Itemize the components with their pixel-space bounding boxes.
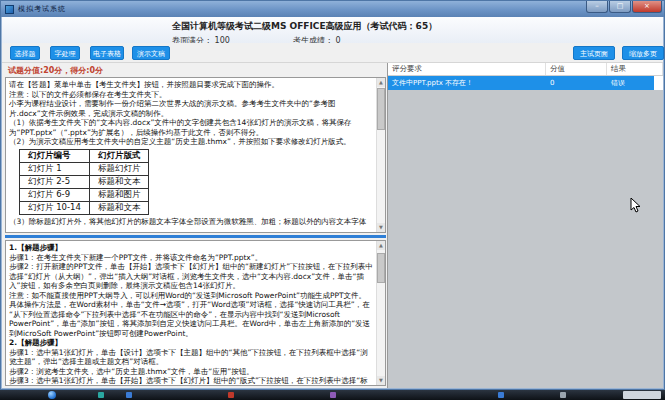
scroll-up-icon[interactable]: ▲ [377, 241, 385, 250]
scrollbar-thumb[interactable] [377, 253, 385, 283]
main-content: 试题分值:20分，得分:0分 请在【答题】菜单中单击【考生文件夹】按钮，并按照题… [2, 63, 663, 388]
solution-heading: 1.【解题步骤】 [9, 243, 373, 253]
scroll-up-icon[interactable]: ▲ [377, 78, 385, 87]
solution-paragraph: 步骤3：选中第1张幻灯片，单击【开始】选项卡下【幻灯片】组中的“版式”下拉按钮，… [9, 376, 373, 386]
score-panel-rows: 文件中PPT.pptx 不存在！ 0 错误 [388, 76, 663, 90]
close-button[interactable]: × [632, 1, 662, 13]
question-paragraph: 请在【答题】菜单中单击【考生文件夹】按钮，并按照题目要求完成下面的操作。 [9, 80, 373, 90]
mouse-cursor-icon [630, 198, 642, 214]
solution-text: 1.【解题步骤】 步骤1：在考生文件夹下新建一个PPT文件，并将该文件命名为“P… [9, 243, 373, 386]
solution-paragraph: 步骤2：打开新建的PPT文件，单击【开始】选项卡下【幻灯片】组中的“新建幻灯片”… [9, 262, 373, 291]
taskbar[interactable] [0, 390, 665, 400]
table-header-row: 幻灯片编号 幻灯片版式 [20, 149, 149, 162]
taskbar-icon[interactable] [498, 392, 504, 398]
score-row-result: 错误 [607, 76, 657, 90]
score-panel-header: 评分要求 分值 结果 [388, 63, 663, 76]
app-icon [5, 5, 14, 14]
question-score-line: 试题分值:20分，得分:0分 [8, 65, 103, 76]
table-row: 幻灯片 6-9 标题和图片 [20, 188, 149, 201]
table-header-cell: 幻灯片编号 [20, 149, 90, 162]
tab-presentation[interactable]: 演示文稿 [132, 46, 170, 60]
minimize-button[interactable]: – [586, 1, 608, 13]
taskbar-icon[interactable] [228, 392, 234, 398]
titlebar: 模拟考试系统 – □ × [1, 1, 664, 17]
solution-heading: 2.【解题步骤】 [9, 338, 373, 348]
window-controls: – □ × [585, 1, 662, 13]
taskbar-icon[interactable] [126, 392, 132, 398]
score-row-requirement: 文件中PPT.pptx 不存在！ [388, 76, 546, 90]
column-header-score: 分值 [546, 63, 607, 75]
question-text: 请在【答题】菜单中单击【考生文件夹】按钮，并按照题目要求完成下面的操作。 注意：… [9, 80, 373, 226]
window-title: 模拟考试系统 [18, 4, 66, 14]
exam-title: 全国计算机等级考试二级MS OFFICE高级应用（考试代码：65） [172, 17, 663, 33]
question-pane[interactable]: 请在【答题】菜单中单击【考生文件夹】按钮，并按照题目要求完成下面的操作。 注意：… [5, 77, 386, 233]
main-page-button[interactable]: 主试页面 [573, 46, 615, 60]
solution-paragraph: 步骤1：选中第1张幻灯片，单击【设计】选项卡下【主题】组中的“其他”下拉按钮，在… [9, 348, 373, 367]
question-paragraph: （2）为演示文稿应用考生文件夹中的自定义主题“历史主题.thmx”，并按照如下要… [9, 137, 373, 147]
solution-paragraph: 步骤1：在考生文件夹下新建一个PPT文件，并将该文件命名为“PPT.pptx”。 [9, 253, 373, 263]
tab-multiple-choice[interactable]: 选择题 [10, 46, 40, 60]
app-window: 模拟考试系统 – □ × 全国计算机等级考试二级MS OFFICE高级应用（考试… [0, 0, 665, 390]
column-header-result: 结果 [607, 63, 663, 75]
solution-scrollbar[interactable]: ▲ ▼ [376, 241, 385, 385]
taskbar-icon[interactable] [560, 392, 566, 398]
slide-layout-table: 幻灯片编号 幻灯片版式 幻灯片 1 标题幻灯片 幻灯片 2-5 标题和文本 幻灯… [19, 149, 149, 215]
zoom-pages-button[interactable]: 缩放多页 [622, 46, 664, 60]
scrollbar-thumb[interactable] [377, 88, 385, 130]
solution-paragraph: 步骤2：浏览考生文件夹，选中“历史主题.thmx”文件，单击“应用”按钮。 [9, 367, 373, 377]
maximize-button[interactable]: □ [609, 1, 631, 13]
pane-splitter[interactable] [5, 235, 386, 238]
score-panel-empty-area [388, 90, 663, 388]
table-row: 幻灯片 1 标题幻灯片 [20, 162, 149, 175]
table-row: 幻灯片 2-5 标题和文本 [20, 175, 149, 188]
table-header-cell: 幻灯片版式 [89, 149, 149, 162]
question-scrollbar[interactable]: ▲ ▼ [376, 78, 385, 232]
column-header-requirement: 评分要求 [388, 63, 546, 75]
score-row-score: 0 [546, 76, 607, 90]
question-paragraph: （3）除标题幻灯片外，将其他幻灯片的标题文本字体全部设置为微软雅黑、加粗；标题以… [9, 217, 373, 227]
scroll-down-icon[interactable]: ▼ [377, 376, 385, 385]
taskbar-icon[interactable] [330, 392, 336, 398]
toolbar: 选择题 字处理 电子表格 演示文稿 主试页面 缩放多页 [2, 43, 663, 63]
solution-pane[interactable]: 1.【解题步骤】 步骤1：在考生文件夹下新建一个PPT文件，并将该文件命名为“P… [5, 240, 386, 386]
scroll-down-icon[interactable]: ▼ [377, 223, 385, 232]
tab-word-processing[interactable]: 字处理 [50, 46, 80, 60]
question-paragraph: （1）依据考生文件夹下的“文本内容.docx”文件中的文字创建共包含14张幻灯片… [9, 118, 373, 137]
start-button[interactable] [48, 391, 56, 399]
score-panel-scroll-strip [654, 76, 663, 90]
exam-header: 全国计算机等级考试二级MS OFFICE高级应用（考试代码：65） 卷面满分： … [2, 17, 663, 43]
solution-paragraph: 注意：如不能直接使用PPT大纲导入，可以利用Word的“发送到Microsoft… [9, 291, 373, 339]
system-tray[interactable] [623, 391, 661, 399]
question-paragraph: 注意：以下的文件必须都保存在考生文件夹下。 [9, 90, 373, 100]
score-row-selected[interactable]: 文件中PPT.pptx 不存在！ 0 错误 [388, 76, 657, 90]
score-panel: 评分要求 分值 结果 文件中PPT.pptx 不存在！ 0 错误 [387, 63, 663, 388]
tab-spreadsheet[interactable]: 电子表格 [90, 46, 124, 60]
taskbar-icon[interactable] [98, 392, 104, 398]
question-paragraph: 小李为课程结业设计，需要制作一份介绍第二次世界大战的演示文稿。参考考生文件夹中的… [9, 99, 373, 118]
table-row: 幻灯片 10-14 标题和文本 [20, 201, 149, 214]
